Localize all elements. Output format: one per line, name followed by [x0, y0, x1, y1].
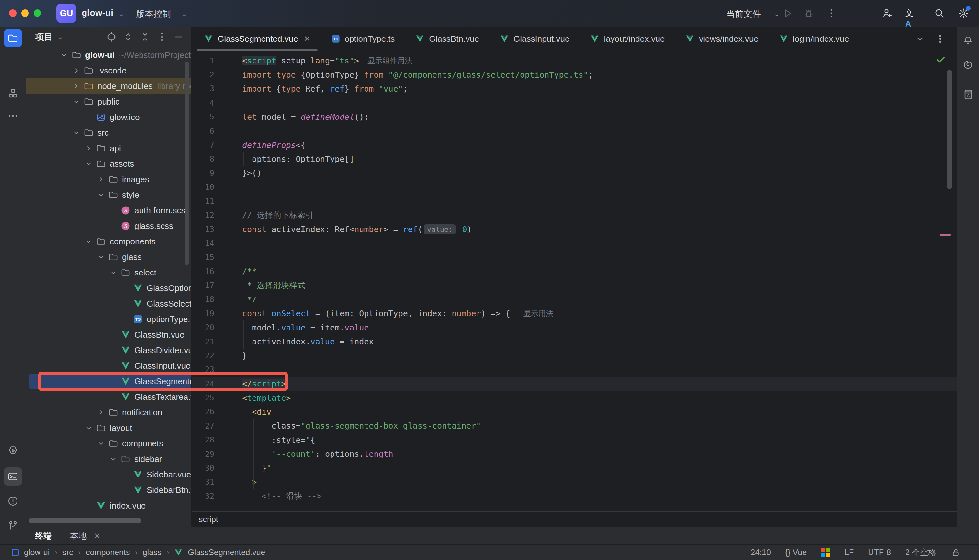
- code-line-19[interactable]: 19const onSelect = (item: OptionType, in…: [192, 307, 957, 320]
- panel-options-icon[interactable]: [156, 32, 167, 42]
- editor-tab-login-index-vue[interactable]: login/index.vue: [769, 27, 859, 51]
- breadcrumb-item[interactable]: script: [199, 515, 218, 524]
- line-separator[interactable]: LF: [844, 548, 854, 557]
- chevron-down-icon[interactable]: [85, 159, 96, 168]
- file-encoding[interactable]: UTF-8: [868, 548, 891, 557]
- chevron-down-icon[interactable]: [109, 268, 121, 277]
- microsoft-plugin-icon[interactable]: [821, 548, 830, 557]
- code-line-11[interactable]: 11: [192, 194, 957, 208]
- caret-position[interactable]: 24:10: [751, 548, 771, 557]
- code-line-14[interactable]: 14: [192, 236, 957, 250]
- collapse-all-icon[interactable]: [140, 32, 150, 42]
- code-line-3[interactable]: 3import {type Ref, ref} from "vue";: [192, 82, 957, 96]
- tree-item-style[interactable]: style: [26, 187, 192, 203]
- terminal-tab-local[interactable]: 本地: [70, 530, 87, 542]
- hide-panel-icon[interactable]: [173, 32, 184, 42]
- tree-item-api[interactable]: api: [26, 140, 192, 156]
- debug-button[interactable]: [803, 7, 814, 19]
- chevron-down-icon[interactable]: [97, 439, 108, 448]
- tree-item-glow-ico[interactable]: glow.ico: [26, 109, 192, 125]
- code-line-8[interactable]: 8 options: OptionType[]: [192, 152, 957, 166]
- chevron-right-icon[interactable]: [72, 82, 84, 91]
- tab-options-icon[interactable]: [935, 34, 945, 44]
- chevron-down-icon[interactable]: [97, 190, 108, 199]
- select-opened-file-icon[interactable]: [106, 32, 117, 42]
- project-name-menu[interactable]: glow-ui: [82, 8, 113, 18]
- chevron-down-icon[interactable]: [915, 34, 925, 44]
- ai-assistant-icon[interactable]: [959, 56, 977, 74]
- chevron-right-icon[interactable]: [97, 408, 108, 417]
- tree-item-glassdivider-vue[interactable]: GlassDivider.vue: [26, 342, 192, 358]
- tree-item-glassselect-vue[interactable]: GlassSelect.vue: [26, 296, 192, 312]
- tree-item-optiontype-ts[interactable]: TSoptionType.ts: [26, 312, 192, 327]
- settings-gear-icon[interactable]: [957, 7, 969, 19]
- tree-item-glassbtn-vue[interactable]: GlassBtn.vue: [26, 327, 192, 342]
- status-crumb-glow-ui[interactable]: glow-ui: [24, 548, 50, 557]
- more-actions-menu[interactable]: [826, 7, 837, 19]
- chevron-down-icon[interactable]: [97, 252, 108, 262]
- run-config-selector[interactable]: 当前文件: [726, 8, 761, 20]
- code-line-20[interactable]: 20 model.value = item.value: [192, 320, 957, 334]
- expand-all-icon[interactable]: [123, 32, 134, 42]
- code-vision-hint[interactable]: 显示组件用法: [367, 56, 412, 66]
- notifications-bell-icon[interactable]: [959, 30, 977, 48]
- window-zoom-button[interactable]: [34, 9, 41, 17]
- code-line-13[interactable]: 13const activeIndex: Ref<number> = ref(v…: [192, 222, 957, 236]
- more-tools-icon[interactable]: [4, 107, 22, 125]
- chevron-down-icon[interactable]: [85, 237, 96, 246]
- close-icon[interactable]: ✕: [94, 532, 100, 541]
- code-line-22[interactable]: 22}: [192, 348, 957, 363]
- code-line-5[interactable]: 5let model = defineModel();: [192, 110, 957, 124]
- status-crumb-components[interactable]: components: [86, 548, 130, 557]
- tree-item-glassoption-vue[interactable]: GlassOption.vue: [26, 280, 192, 296]
- chevron-down-icon[interactable]: [72, 97, 84, 106]
- code-line-1[interactable]: 1<script setup lang="ts">显示组件用法: [192, 54, 957, 68]
- code-line-6[interactable]: 6: [192, 124, 957, 138]
- code-line-2[interactable]: 2import type {OptionType} from "@/compon…: [192, 68, 957, 82]
- tree-vertical-scrollbar[interactable]: [185, 62, 189, 265]
- close-icon[interactable]: ✕: [304, 34, 310, 43]
- status-crumb-src[interactable]: src: [62, 548, 73, 557]
- tree-item-node-modules[interactable]: node_moduleslibrary root: [26, 78, 192, 94]
- vcs-menu[interactable]: 版本控制: [136, 8, 171, 20]
- code-with-me-icon[interactable]: [881, 7, 893, 19]
- services-tool-icon[interactable]: [4, 441, 22, 459]
- tree-item-glass-scss[interactable]: Sglass.scss: [26, 218, 192, 234]
- git-branch-icon[interactable]: [4, 517, 22, 535]
- code-line-29[interactable]: 29 '--count': options.length: [192, 447, 957, 461]
- window-minimize-button[interactable]: [22, 9, 29, 17]
- code-line-21[interactable]: 21 activeIndex.value = index: [192, 335, 957, 348]
- tree-item-select[interactable]: select: [26, 265, 192, 280]
- tree-item-src[interactable]: src: [26, 125, 192, 140]
- code-line-16[interactable]: 16/**: [192, 265, 957, 278]
- code-line-23[interactable]: 23: [192, 363, 957, 377]
- code-vision-hint[interactable]: 显示用法: [524, 308, 553, 318]
- editor-vertical-scrollbar[interactable]: [947, 70, 952, 189]
- chevron-right-icon[interactable]: [85, 144, 96, 153]
- terminal-title[interactable]: 终端: [35, 530, 52, 542]
- status-crumb-glass[interactable]: glass: [143, 548, 162, 557]
- project-panel-title[interactable]: 项目: [35, 31, 53, 43]
- code-line-17[interactable]: 17 * 选择滑块样式: [192, 278, 957, 292]
- error-stripe-mark[interactable]: [939, 234, 951, 236]
- run-button[interactable]: [782, 7, 793, 19]
- code-line-15[interactable]: 15: [192, 250, 957, 264]
- tree-item-glassinput-vue[interactable]: GlassInput.vue: [26, 358, 192, 373]
- file-language[interactable]: {} Vue: [785, 548, 807, 557]
- code-line-26[interactable]: 26 <div: [192, 405, 957, 419]
- tree-item-glow-ui[interactable]: glow-ui~/WebstormProjects: [26, 47, 192, 63]
- code-line-31[interactable]: 31 >: [192, 475, 957, 489]
- tree-item-index-vue[interactable]: index.vue: [26, 498, 192, 513]
- terminal-tool-icon[interactable]: [4, 467, 22, 485]
- editor-tab-layout-index-vue[interactable]: layout/index.vue: [580, 27, 675, 51]
- editor-breadcrumb[interactable]: script: [192, 512, 957, 527]
- unlock-icon[interactable]: [951, 547, 961, 558]
- code-line-32[interactable]: 32 <!-- 滑块 -->: [192, 489, 957, 503]
- code-line-4[interactable]: 4: [192, 96, 957, 110]
- tree-item-sidebar-vue[interactable]: Sidebar.vue: [26, 467, 192, 482]
- tree-item-components[interactable]: components: [26, 234, 192, 249]
- chevron-down-icon[interactable]: [109, 455, 121, 463]
- editor-tab-optiontype-ts[interactable]: TSoptionType.ts: [321, 27, 405, 51]
- chevron-down-icon[interactable]: [72, 128, 84, 137]
- tree-item--vscode[interactable]: .vscode: [26, 63, 192, 78]
